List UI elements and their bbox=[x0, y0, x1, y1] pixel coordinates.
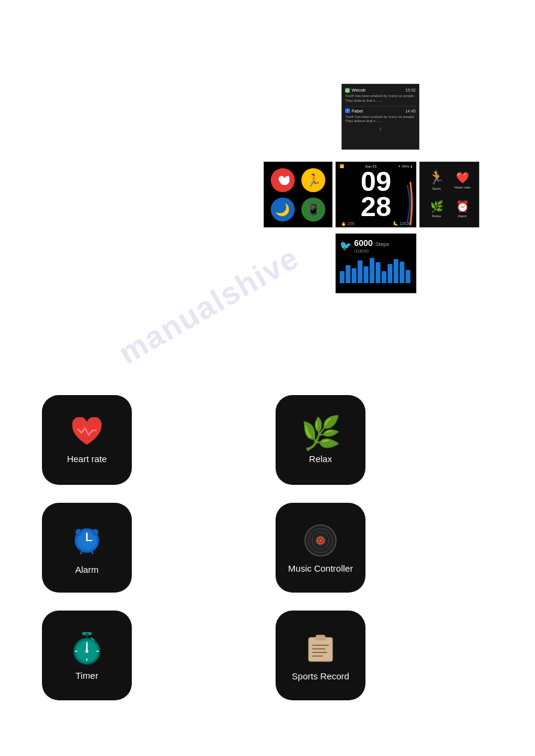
svg-line-7 bbox=[92, 551, 93, 554]
timer-svg bbox=[70, 631, 104, 666]
qm-sport-icon: 🏃 bbox=[428, 170, 445, 186]
app-grid-phone: 📱 bbox=[301, 198, 325, 221]
alarm-svg bbox=[70, 521, 104, 555]
heart-svg bbox=[69, 417, 104, 448]
notification-screen: W Wecob 15:02 Youth has been praised by … bbox=[341, 84, 419, 150]
bar-11 bbox=[400, 262, 404, 283]
svg-point-24 bbox=[86, 649, 89, 652]
relax-label: Relax bbox=[309, 454, 332, 464]
svg-point-4 bbox=[75, 529, 81, 535]
heart-rate-icon bbox=[69, 417, 105, 449]
timer-icon bbox=[69, 631, 104, 666]
watchface-screen: 📶 Sun 23 ✦ 88% ▮ 09 28 🔥 208 🦶 12028 bbox=[335, 162, 416, 227]
bar-10 bbox=[394, 259, 398, 283]
qm-sport-label: Sport bbox=[432, 187, 440, 190]
app-grid-activity: 🏃 bbox=[301, 168, 325, 192]
alarm-label: Alarm bbox=[75, 564, 98, 575]
svg-point-5 bbox=[92, 529, 98, 535]
app-grid-screen: 🏃 🌙 📱 bbox=[264, 162, 333, 227]
sports-svg bbox=[305, 633, 336, 664]
steps-goal: /10000 bbox=[354, 248, 389, 254]
steps-chart bbox=[340, 256, 412, 283]
app-grid-heart bbox=[271, 168, 295, 192]
sports-icon bbox=[303, 630, 338, 666]
svg-rect-28 bbox=[312, 648, 325, 649]
bar-3 bbox=[352, 268, 356, 283]
quick-menu-screen: 🏃 Sport ❤️ Heart rate 🌿 Relax ⏰ Alarm bbox=[419, 162, 479, 227]
svg-line-6 bbox=[81, 551, 82, 554]
alarm-icon bbox=[70, 521, 104, 560]
music-svg bbox=[303, 523, 338, 558]
qm-alarm-label: Alarm bbox=[458, 214, 467, 218]
facebook-text: Youth has been praised by many so people… bbox=[345, 115, 416, 125]
qm-heart-icon: ❤️ bbox=[456, 171, 469, 184]
wf-calories: 🔥 208 bbox=[341, 221, 355, 226]
bar-6 bbox=[370, 258, 374, 283]
steps-screen: 🐦 6000 Steps /10000 bbox=[335, 233, 416, 293]
qm-alarm: ⏰ Alarm bbox=[456, 200, 469, 218]
svg-rect-17 bbox=[86, 633, 88, 637]
qm-alarm-icon: ⏰ bbox=[456, 200, 469, 213]
bar-9 bbox=[388, 264, 392, 283]
wechat-time: 15:02 bbox=[405, 88, 416, 92]
svg-point-13 bbox=[319, 539, 322, 542]
app-icons-section: Heart rate 🌿 Relax bbox=[42, 395, 491, 718]
scroll-indicator: ∨ bbox=[345, 126, 416, 132]
music-controller-label: Music Controller bbox=[288, 563, 353, 573]
svg-rect-30 bbox=[312, 655, 323, 657]
heart-rate-label: Heart rate bbox=[67, 454, 107, 464]
facebook-icon: f bbox=[345, 108, 350, 113]
qm-heart-label: Heart rate bbox=[454, 186, 470, 189]
bar-1 bbox=[340, 271, 344, 283]
facebook-label: Fabei bbox=[352, 108, 363, 114]
svg-rect-27 bbox=[312, 645, 329, 646]
app-row-3: Timer Sports Record bbox=[42, 611, 491, 700]
alarm-tile[interactable]: Alarm bbox=[42, 503, 132, 593]
relax-icon: 🌿 bbox=[301, 417, 341, 449]
sports-record-label: Sports Record bbox=[292, 671, 349, 681]
facebook-time: 14:45 bbox=[405, 109, 416, 113]
music-icon bbox=[303, 523, 338, 558]
heart-rate-tile[interactable]: Heart rate bbox=[42, 395, 132, 485]
bar-2 bbox=[346, 265, 350, 283]
steps-bird-icon: 🐦 bbox=[340, 240, 352, 251]
bar-8 bbox=[382, 271, 386, 283]
watermark: manualshive bbox=[113, 239, 306, 371]
app-row-2: Alarm Music Controller bbox=[42, 503, 491, 593]
bar-12 bbox=[406, 270, 410, 283]
relax-tile[interactable]: 🌿 Relax bbox=[276, 395, 365, 485]
wechat-text: Youth has been praised by many so people… bbox=[345, 94, 416, 104]
steps-count: 6000 bbox=[354, 238, 373, 248]
bar-7 bbox=[376, 262, 380, 283]
bar-5 bbox=[364, 266, 368, 283]
bar-4 bbox=[358, 260, 362, 283]
timer-tile[interactable]: Timer bbox=[42, 611, 132, 700]
svg-rect-29 bbox=[312, 652, 327, 653]
music-controller-tile[interactable]: Music Controller bbox=[276, 503, 365, 593]
steps-label: Steps bbox=[376, 241, 389, 247]
wf-arc-indicator bbox=[395, 180, 413, 227]
timer-label: Timer bbox=[75, 670, 98, 681]
wechat-label: Wecob bbox=[352, 87, 365, 93]
app-grid-moon: 🌙 bbox=[271, 198, 295, 221]
svg-rect-26 bbox=[316, 635, 325, 640]
sports-record-tile[interactable]: Sports Record bbox=[276, 611, 365, 700]
qm-sport: 🏃 Sport bbox=[428, 170, 445, 190]
qm-relax-label: Relax bbox=[432, 214, 441, 218]
qm-heartrate: ❤️ Heart rate bbox=[454, 171, 470, 189]
wechat-icon: W bbox=[345, 88, 350, 93]
qm-relax: 🌿 Relax bbox=[430, 200, 443, 218]
qm-leaf-icon: 🌿 bbox=[430, 200, 443, 213]
app-row-1: Heart rate 🌿 Relax bbox=[42, 395, 491, 485]
